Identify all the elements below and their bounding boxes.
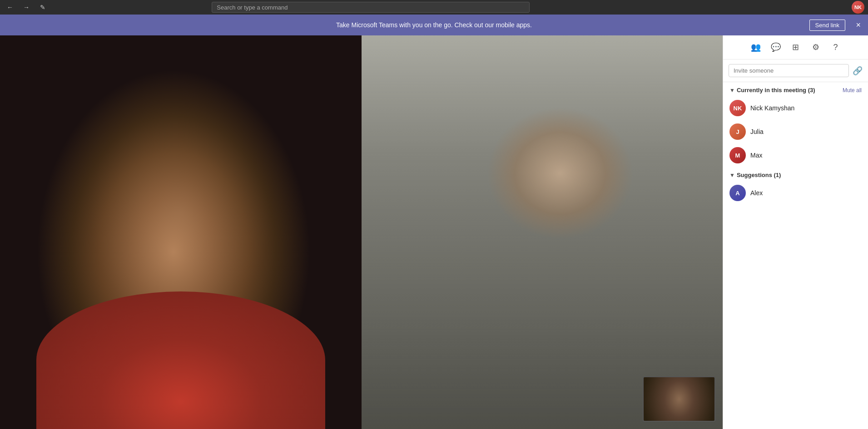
participant-item-nick[interactable]: NK Nick Kamyshan [723,96,868,120]
video-feed-right [362,35,723,429]
right-panel: 👥 💬 ⊞ ⚙ ? 🔗 ▼ Currently in this meeting … [723,35,868,429]
suggestions-label: Suggestions (1) [737,172,862,178]
self-video-thumbnail [643,376,715,422]
currently-in-meeting-header: ▼ Currently in this meeting (3) Mute all [723,82,868,96]
participant-name-nick: Nick Kamyshan [750,104,862,112]
suggestion-name-alex: Alex [750,189,862,197]
forward-button[interactable]: → [20,1,33,14]
search-bar[interactable]: Search or type a command [212,2,530,13]
participant-video-2 [362,35,723,429]
invite-section: 🔗 [723,59,868,82]
chat-icon-button[interactable]: 💬 [768,39,784,55]
back-button[interactable]: ← [4,1,16,14]
participant-video-1 [0,35,362,429]
participant-item-julia[interactable]: J Julia [723,120,868,143]
suggestion-item-alex[interactable]: A Alex [723,181,868,205]
avatar-nick: NK [729,100,746,116]
participants-icon-button[interactable]: 👥 [748,39,764,55]
avatar-max: M [729,147,746,163]
video-feed-left [0,35,362,429]
panel-toolbar: 👥 💬 ⊞ ⚙ ? [723,35,868,59]
suggestions-header: ▼ Suggestions (1) [723,167,868,181]
people-grid-icon-button[interactable]: ⊞ [788,39,804,55]
invite-input[interactable] [729,64,849,77]
participant-item-max[interactable]: M Max [723,143,868,167]
banner-close-button[interactable]: × [856,20,861,30]
help-icon-button[interactable]: ? [828,39,844,55]
send-link-button[interactable]: Send link [809,20,845,31]
participant-name-max: Max [750,152,862,159]
currently-in-meeting-label: Currently in this meeting (3) [737,87,841,94]
self-video-inner [644,377,714,421]
settings-icon-button[interactable]: ⚙ [808,39,824,55]
participants-list: ▼ Currently in this meeting (3) Mute all… [723,82,868,429]
chevron-down-suggestions-icon[interactable]: ▼ [729,172,735,178]
avatar-alex: A [729,185,746,201]
chevron-down-icon[interactable]: ▼ [729,87,735,94]
copy-link-icon[interactable]: 🔗 [853,66,863,76]
compose-button[interactable]: ✎ [36,1,49,14]
main-content: 👥 💬 ⊞ ⚙ ? 🔗 ▼ Currently in this meeting … [0,35,868,429]
participant-name-julia: Julia [750,128,862,135]
banner-message: Take Microsoft Teams with you on the go.… [336,21,532,29]
mute-all-button[interactable]: Mute all [843,87,862,94]
profile-avatar[interactable]: NK [852,1,864,14]
video-area [0,35,723,429]
search-placeholder: Search or type a command [217,4,288,11]
avatar-julia: J [729,123,746,140]
banner: Take Microsoft Teams with you on the go.… [0,15,868,35]
top-bar: ← → ✎ Search or type a command NK [0,0,868,15]
